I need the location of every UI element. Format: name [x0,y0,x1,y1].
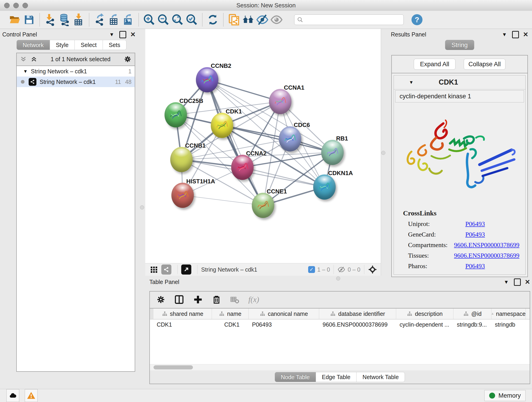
zoom-out-icon[interactable] [156,13,171,27]
collection-expand-icon[interactable]: ▼ [23,69,28,74]
collapse-panel-icon[interactable]: ▼ [504,279,509,285]
network-options-gear-icon[interactable] [124,55,132,63]
collapse-all-icon[interactable] [20,56,27,63]
network-node-CCNA2[interactable] [231,155,254,180]
right-splitter-handle[interactable] [381,151,385,155]
zoom-fit-icon[interactable] [171,13,185,27]
network-node-CCNA1[interactable] [269,89,291,114]
network-edge[interactable] [183,195,263,205]
network-node-CCNE1[interactable] [252,193,274,218]
collapse-all-button[interactable]: Collapse All [464,59,505,70]
table-options-gear-icon[interactable] [156,295,165,304]
network-node-CDKN1A[interactable] [313,174,336,200]
open-in-window-icon[interactable] [181,264,191,274]
float-panel-icon[interactable] [119,31,126,38]
network-node-CDC6[interactable] [279,126,301,152]
crosslink-link[interactable]: 9606.ENSP00000378699 [454,252,519,259]
save-session-icon[interactable] [22,13,36,27]
float-panel-icon[interactable] [514,279,521,286]
tab-network-table[interactable]: Network Table [356,372,405,382]
results-scroll-area[interactable]: ▼ CDK1 cyclin-dependent kinase 1 [392,73,527,277]
search-box[interactable] [294,14,404,25]
network-canvas[interactable]: CCNB2CCNA1CDC25BCDK1CDC6RB1CCNB1CCNA2CDK… [145,29,381,263]
network-node-RB1[interactable] [321,140,344,165]
hide-selected-icon[interactable] [255,13,269,27]
scrollbar-thumb[interactable] [153,365,193,370]
column-header-label: database identifier [338,311,385,317]
crosslink-link[interactable]: P06493 [465,262,485,270]
open-session-icon[interactable] [8,13,22,27]
close-panel-icon[interactable]: ✕ [130,31,136,38]
table-horizontal-scrollbar[interactable] [150,364,530,370]
show-all-icon[interactable] [269,13,284,27]
network-node-CDK1[interactable] [211,113,233,138]
collapse-panel-icon[interactable]: ▼ [502,32,507,38]
table-cell[interactable]: cyclin-dependent ... [396,319,453,330]
close-panel-icon[interactable]: ✕ [525,278,530,286]
warning-icon[interactable] [25,389,38,402]
tab-node-table[interactable]: Node Table [275,372,316,382]
left-splitter-handle[interactable] [140,205,144,210]
import-network-database-icon[interactable] [57,13,71,27]
help-icon[interactable]: ? [412,14,423,25]
network-row[interactable]: String Network – cdk1 11 48 [17,77,135,87]
zoom-selected-icon[interactable] [185,13,199,27]
table-cell[interactable]: 9606.ENSP00000378699 [319,319,396,330]
table-row[interactable]: CDK1CDK1P064939606.ENSP00000378699cyclin… [150,319,530,330]
network-node-CDC25B[interactable] [165,102,187,128]
column-header[interactable]: database identifier [319,308,396,319]
expand-all-icon[interactable] [31,56,37,63]
table-cell[interactable]: CDK1 [153,319,212,330]
crosslink-link[interactable]: P06493 [465,220,485,228]
import-network-icon[interactable] [43,13,57,27]
column-header[interactable]: namespace [491,308,526,319]
horizontal-splitter-handle[interactable] [336,276,340,281]
network-badge-icon[interactable] [161,264,171,274]
search-input[interactable] [303,16,401,23]
birdseye-navigator-icon[interactable] [368,265,377,274]
network-node-HIST1H1A[interactable] [171,183,194,208]
memory-button[interactable]: Memory [484,390,526,401]
import-table-icon[interactable] [71,13,86,27]
export-table-icon[interactable] [107,13,121,27]
float-panel-icon[interactable] [512,31,519,38]
export-network-icon[interactable] [93,13,107,27]
column-header[interactable]: shared name [153,308,212,319]
network-node-CCNB1[interactable] [170,147,193,172]
show-grid-icon[interactable] [149,264,159,274]
tab-sets[interactable]: Sets [103,40,127,50]
crosslink-link[interactable]: 9606.ENSP00000378699 [454,241,519,249]
group-nodes-icon[interactable] [241,13,255,27]
collapse-panel-icon[interactable]: ▼ [109,32,114,38]
network-collection-row[interactable]: ▼ String Network – cdk1 1 [17,66,135,77]
delete-column-icon[interactable] [212,295,221,304]
cloud-status-icon[interactable] [6,389,19,402]
export-image-icon[interactable] [121,13,135,27]
apply-layout-icon[interactable] [206,13,220,27]
expand-all-button[interactable]: Expand All [414,59,456,70]
table-cell[interactable]: P06493 [248,319,319,330]
tab-string[interactable]: String [445,40,474,50]
table-cell[interactable]: stringdb:9... [453,319,491,330]
column-header[interactable]: name [212,308,249,319]
zoom-in-icon[interactable] [142,13,156,27]
tab-network[interactable]: Network [17,40,50,50]
table-cell[interactable]: stringdb [491,319,526,330]
tab-style[interactable]: Style [50,40,75,50]
add-column-icon[interactable] [193,294,203,305]
copy-style-icon[interactable] [227,13,241,27]
network-edge[interactable] [207,80,263,205]
selected-checkbox-icon[interactable]: ✓ [308,266,315,273]
node-table[interactable]: shared namenamecanonical namedatabase id… [150,308,530,364]
crosslink-link[interactable]: P06493 [465,231,485,238]
tab-select[interactable]: Select [75,40,103,50]
gene-collapse-icon[interactable]: ▼ [409,80,413,85]
column-header[interactable]: description [396,308,453,319]
network-node-CCNB2[interactable] [196,67,218,92]
close-panel-icon[interactable]: ✕ [523,31,528,38]
tab-edge-table[interactable]: Edge Table [316,372,357,382]
show-columns-icon[interactable] [174,294,184,305]
column-header[interactable]: canonical name [249,308,319,319]
table-cell[interactable]: CDK1 [212,319,248,330]
column-header[interactable]: @id [453,308,491,319]
